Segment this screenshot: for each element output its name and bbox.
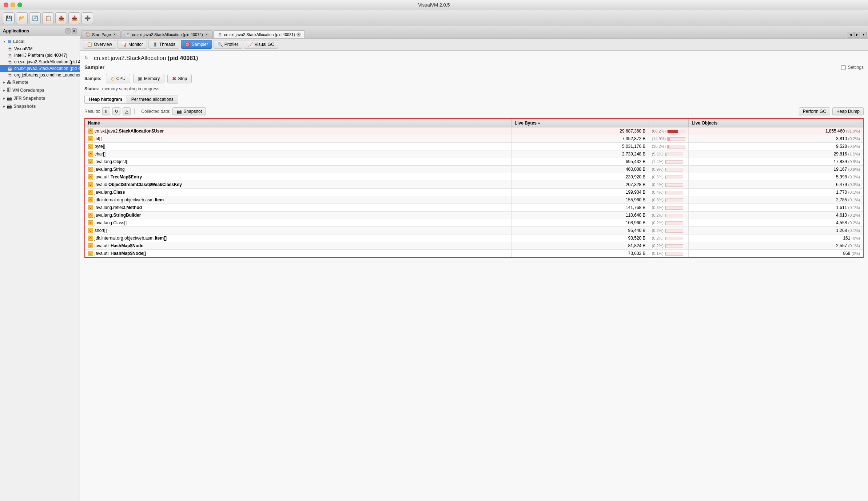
tab-close-40081[interactable]: × xyxy=(296,32,301,37)
toolbar-save[interactable]: 💾 xyxy=(3,12,15,24)
sidebar-close[interactable]: × xyxy=(72,28,77,33)
window-title: VisualVM 2.0.5 xyxy=(418,2,450,8)
snapshot-button[interactable]: 📷 Snapshot xyxy=(172,107,206,115)
monitor-label: Monitor xyxy=(128,42,143,47)
bar-fill xyxy=(668,145,669,148)
class-icon: C xyxy=(88,197,93,202)
toolbar-refresh[interactable]: 🔄 xyxy=(29,12,41,24)
tab-label: Start Page xyxy=(92,32,111,37)
sidebar-tree: ▼ 🖥 Local ☕ VisualVM ☕ IntelliJ Platform… xyxy=(0,36,80,501)
table-row: Cjdk.internal.org.objectweb.asm.Item155,… xyxy=(85,196,863,204)
cell-name: Cjava.lang.String xyxy=(85,166,511,173)
col-name[interactable]: Name xyxy=(85,119,511,127)
subnav-monitor[interactable]: 📊 Monitor xyxy=(118,40,147,49)
subnav-profiler[interactable]: 🔍 Profiler xyxy=(214,40,242,49)
heap-dump-button[interactable]: Heap Dump xyxy=(832,107,864,115)
cell-name: Cjava.lang.StringBuilder xyxy=(85,212,511,219)
cell-name: Cshort[] xyxy=(85,227,511,234)
perform-gc-button[interactable]: Perform GC xyxy=(799,107,830,115)
tab-label: cn.sxt.java2.StackAllocation (pid 40081) xyxy=(224,32,295,37)
bar-container xyxy=(665,252,683,256)
bar-container xyxy=(665,160,683,164)
toolbar-export[interactable]: 📤 xyxy=(55,12,67,24)
sidebar-item-snapshots[interactable]: ▶ 📸 Snapshots xyxy=(0,102,80,110)
results-delta-btn[interactable]: △ xyxy=(123,107,131,115)
bytes-pct: (0.4%) xyxy=(652,182,664,187)
col-live-objects[interactable]: Live Objects xyxy=(689,119,863,127)
tab-start-page[interactable]: 🏠 Start Page × xyxy=(81,30,121,38)
memory-button[interactable]: ▣ Memory xyxy=(133,74,164,83)
sidebar-item-vm[interactable]: ▶ 🗄 VM Coredumps xyxy=(0,86,80,94)
tab-menu[interactable]: ▼ xyxy=(861,32,867,38)
tab-close-start[interactable]: × xyxy=(112,32,117,37)
maximize-button[interactable] xyxy=(17,3,22,7)
sidebar-item-launcher[interactable]: ☕ org.jetbrains.jps.cmdline.Launcher (pi… xyxy=(0,72,80,78)
toolbar-copy[interactable]: 📋 xyxy=(42,12,54,24)
tab-stack40081[interactable]: ☕ cn.sxt.java2.StackAllocation (pid 4008… xyxy=(214,30,305,38)
toolbar-open[interactable]: 📂 xyxy=(16,12,28,24)
vm-label: VM Coredumps xyxy=(12,88,44,93)
settings-checkbox[interactable] xyxy=(841,65,846,70)
close-button[interactable] xyxy=(4,3,8,7)
class-name: java.util.TreeMap$Entry xyxy=(95,174,142,180)
subnav-visual-gc[interactable]: 📈 Visual GC xyxy=(244,40,278,49)
table-row: Cjava.util.TreeMap$Entry239,920 B(0.5%)5… xyxy=(85,173,863,181)
tab-bar: 🏠 Start Page × ☕ cn.sxt.java2.StackAlloc… xyxy=(80,26,868,39)
toolbar-add[interactable]: ➕ xyxy=(81,12,93,24)
app-icon: ☕ xyxy=(7,46,13,51)
class-icon: C xyxy=(88,243,93,248)
sidebar-item-local[interactable]: ▼ 🖥 Local xyxy=(0,38,80,46)
bytes-pct: (0.1%) xyxy=(652,251,664,256)
sidebar-item-stack40081[interactable]: ☕ cn.sxt.java2.StackAllocation (pid 4008… xyxy=(0,65,80,72)
minimize-button[interactable] xyxy=(11,3,15,7)
per-thread-label: Per thread allocations xyxy=(131,97,174,102)
cell-bar: (0.4%) xyxy=(649,181,689,189)
class-icon: C xyxy=(88,190,93,195)
sidebar-item-jfr[interactable]: ▶ 📷 JFR Snapshots xyxy=(0,94,80,102)
sidebar-item-stack40074[interactable]: ☕ cn.sxt.java2.StackAllocation (pid 4007… xyxy=(0,59,80,65)
results-pause-btn[interactable]: ⏸ xyxy=(102,107,110,115)
col-live-bytes[interactable]: Live Bytes xyxy=(511,119,649,127)
toolbar-import[interactable]: 📥 xyxy=(68,12,80,24)
subnav-overview[interactable]: 📋 Overview xyxy=(83,40,116,49)
subnav-threads[interactable]: 🧵 Threads xyxy=(148,40,179,49)
sidebar-item-remote[interactable]: ▶ 🖧 Remote xyxy=(0,78,80,86)
sidebar-item-intellij[interactable]: ☕ IntelliJ Platform (pid 40047) xyxy=(0,52,80,59)
class-icon: C xyxy=(88,167,93,172)
per-thread-tab[interactable]: Per thread allocations xyxy=(127,95,178,103)
tab-close-40074[interactable]: × xyxy=(204,32,209,37)
bar-container xyxy=(665,175,683,179)
bar-container xyxy=(665,206,683,210)
bar-container xyxy=(667,130,685,133)
settings-label[interactable]: Settings xyxy=(848,65,864,70)
tab-next[interactable]: ▶ xyxy=(854,32,860,38)
cell-bar: (0.3%) xyxy=(649,204,689,212)
cell-bytes: 95,440 B xyxy=(511,227,649,234)
cell-objects: 868 (0%) xyxy=(689,250,863,258)
bar-container xyxy=(665,191,683,194)
snapshot-btn-label: Snapshot xyxy=(183,109,202,114)
remote-icon: 🖧 xyxy=(7,80,11,85)
table-row: Cchar[]2,739,248 B(5.6%)29,816 (1.5%) xyxy=(85,150,863,158)
cell-bar: (60.2%) xyxy=(649,127,689,135)
stop-button[interactable]: ✖ Stop xyxy=(167,74,192,83)
snapshot-icon: 📷 xyxy=(176,109,182,114)
subnav-sampler[interactable]: 🎯 Sampler xyxy=(181,40,212,49)
cell-name: Cjava.io.ObjectStreamClass$WeakClassKey xyxy=(85,181,511,189)
toolbar-divider xyxy=(134,109,135,114)
tab-prev[interactable]: ◀ xyxy=(848,32,853,38)
results-refresh-btn[interactable]: ↻ xyxy=(112,107,120,115)
remote-label: Remote xyxy=(12,80,28,85)
cell-bytes: 239,920 B xyxy=(511,173,649,181)
sampler-section-title: Sampler xyxy=(84,64,104,70)
cpu-button[interactable]: ⊙ CPU xyxy=(106,74,130,83)
sidebar-item-visualvm[interactable]: ☕ VisualVM xyxy=(0,46,80,52)
refresh-spin-icon[interactable]: ↻ xyxy=(84,55,91,62)
sidebar-minimize[interactable]: − xyxy=(65,28,71,33)
tab-stack40074[interactable]: ☕ cn.sxt.java2.StackAllocation (pid 4007… xyxy=(122,30,213,38)
class-name: java.lang.reflect.Method xyxy=(95,205,142,210)
cell-bar: (14.9%) xyxy=(649,135,689,143)
bytes-pct: (0.2%) xyxy=(652,236,664,240)
heap-histogram-tab[interactable]: Heap histogram xyxy=(85,95,127,103)
sampler-header: Sampler Settings xyxy=(84,64,864,70)
